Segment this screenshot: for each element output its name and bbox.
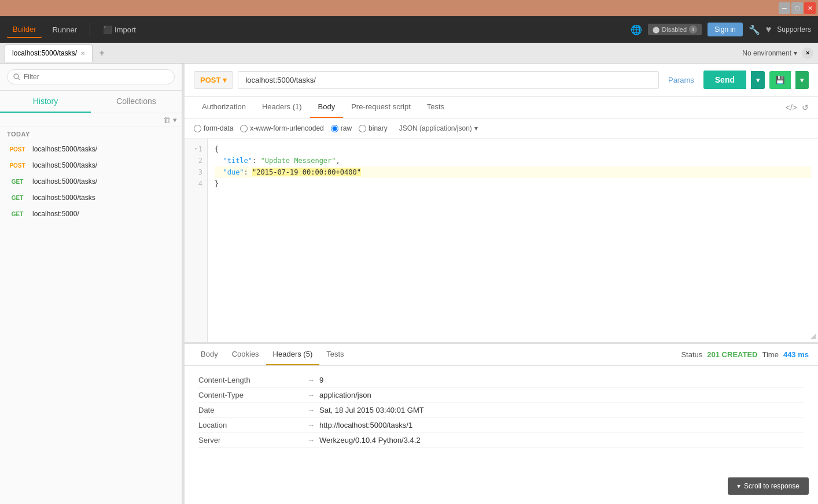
response-header-row: Location→http://localhost:5000/tasks/1 (198, 418, 804, 433)
globe-icon[interactable]: 🌐 (631, 24, 642, 35)
response-tabs-bar: Body Cookies Headers (5) Tests Status 20… (185, 344, 818, 366)
fold-arrow-1: ▾ (194, 143, 197, 155)
reset-icon[interactable]: ↺ (802, 103, 809, 112)
send-button[interactable]: Send (703, 71, 746, 89)
resp-tab-body[interactable]: Body (194, 344, 225, 365)
history-item[interactable]: GETlocalhost:5000/tasks/ (0, 173, 182, 190)
tab-body[interactable]: Body (310, 97, 344, 118)
close-button[interactable]: ✕ (804, 2, 816, 14)
header-key: Location (198, 421, 303, 429)
line-numbers: ▾1 2 3 4 (185, 139, 208, 342)
sidebar: History Collections 🗑 ▾ Today POSTlocalh… (0, 64, 182, 504)
urlencoded-option[interactable]: x-www-form-urlencoded (240, 124, 323, 132)
history-url: localhost:5000/tasks/ (32, 161, 97, 169)
code-line-4: } (215, 178, 811, 190)
resp-tab-tests[interactable]: Tests (319, 344, 351, 365)
json-type-label: JSON (application/json) (399, 124, 472, 132)
collections-tab[interactable]: Collections (91, 91, 182, 113)
json-type-selector[interactable]: JSON (application/json) ▾ (399, 124, 478, 132)
binary-option[interactable]: binary (359, 124, 388, 132)
today-section: Today (0, 127, 182, 141)
status-code: 201 CREATED (707, 350, 757, 359)
wrench-icon[interactable]: 🔧 (749, 24, 760, 35)
tab-prerequest[interactable]: Pre-request script (343, 97, 419, 118)
header-val: http://localhost:5000/tasks/1 (319, 421, 412, 429)
maximize-button[interactable]: □ (791, 2, 803, 14)
import-button[interactable]: ⬛ Import (97, 22, 142, 38)
url-input[interactable] (238, 71, 659, 89)
method-badge: POST (7, 162, 28, 169)
params-button[interactable]: Params (664, 76, 699, 84)
minimize-button[interactable]: ─ (779, 2, 790, 14)
binary-radio[interactable] (359, 125, 366, 132)
header-val: application/json (319, 391, 371, 399)
history-url: localhost:5000/tasks (32, 194, 95, 202)
code-line-2: "title": "Update Messenger", (215, 155, 811, 166)
heart-icon[interactable]: ♥ (766, 24, 772, 35)
main-panel: POST ▾ Params Send ▾ 💾 ▾ Authorization H… (185, 64, 818, 504)
trash-button[interactable]: 🗑 ▾ (163, 116, 177, 124)
filter-input[interactable] (7, 69, 175, 84)
history-item[interactable]: POSTlocalhost:5000/tasks/ (0, 141, 182, 157)
history-item[interactable]: GETlocalhost:5000/ (0, 206, 182, 222)
resp-tab-headers[interactable]: Headers (5) (266, 344, 320, 365)
tab-authorization[interactable]: Authorization (194, 97, 254, 118)
topnav: Builder Runner ⬛ Import 🌐 ⬤ Disabled 1 S… (0, 16, 818, 43)
tab-url: localhost:5000/tasks/ (12, 49, 77, 57)
code-editor[interactable]: ▾1 2 3 4 { "title": "Update Messenger", … (185, 139, 818, 342)
header-key: Content-Type (198, 391, 303, 399)
scroll-to-response-button[interactable]: ▾ Scroll to response (728, 477, 809, 495)
tab-tests[interactable]: Tests (419, 97, 452, 118)
history-item[interactable]: POSTlocalhost:5000/tasks/ (0, 157, 182, 173)
urlencoded-radio[interactable] (240, 125, 248, 132)
json-type-chevron-icon: ▾ (474, 124, 478, 132)
header-val: Werkzeug/0.10.4 Python/3.4.2 (319, 436, 421, 444)
code-icon[interactable]: </> (786, 103, 797, 112)
signin-button[interactable]: Sign in (708, 23, 743, 36)
resize-handle[interactable]: ◢ (810, 332, 816, 340)
active-tab[interactable]: localhost:5000/tasks/ ✕ (5, 45, 93, 62)
history-item[interactable]: GETlocalhost:5000/tasks (0, 190, 182, 206)
chevron-down-icon: ▾ (737, 482, 740, 490)
arrow-icon: → (307, 391, 315, 399)
method-dropdown[interactable]: POST ▾ (194, 71, 233, 89)
response-header-row: Content-Type→application/json (198, 388, 804, 403)
header-val: Sat, 18 Jul 2015 03:40:01 GMT (319, 406, 424, 414)
method-badge: GET (7, 211, 28, 217)
sidebar-tabs: History Collections (0, 91, 182, 113)
method-badge: GET (7, 195, 28, 201)
save-button[interactable]: 💾 (769, 71, 791, 89)
tab-close-button[interactable]: ✕ (80, 50, 85, 57)
header-val: 9 (319, 376, 323, 384)
interceptor-badge[interactable]: ⬤ Disabled 1 (648, 24, 702, 35)
form-data-radio[interactable] (194, 125, 201, 132)
response-panel: Body Cookies Headers (5) Tests Status 20… (185, 342, 818, 504)
builder-tab[interactable]: Builder (7, 21, 42, 38)
supporters-button[interactable]: Supporters (777, 25, 811, 34)
method-badge: GET (7, 179, 28, 185)
environment-selector[interactable]: No environment ▾ (742, 49, 797, 57)
resp-tab-cookies[interactable]: Cookies (225, 344, 266, 365)
form-data-option[interactable]: form-data (194, 124, 233, 132)
status-area: Status 201 CREATED Time 443 ms (681, 350, 809, 359)
history-url: localhost:5000/tasks/ (32, 177, 97, 186)
disabled-count: 1 (689, 25, 697, 34)
method-badge: POST (7, 146, 28, 153)
code-content[interactable]: { "title": "Update Messenger", "due": "2… (208, 139, 818, 342)
save-icon: 💾 (775, 76, 785, 84)
new-tab-button[interactable]: + (95, 46, 109, 60)
filter-area (0, 64, 182, 91)
tab-headers[interactable]: Headers (1) (254, 97, 310, 118)
request-tabs: Authorization Headers (1) Body Pre-reque… (185, 97, 818, 118)
response-headers: Content-Length→9Content-Type→application… (185, 366, 818, 455)
raw-option[interactable]: raw (331, 124, 352, 132)
raw-radio[interactable] (331, 125, 338, 132)
environment-icon[interactable]: ✕ (802, 47, 813, 59)
arrow-icon: → (307, 421, 315, 429)
sidebar-toolbar: 🗑 ▾ (0, 113, 182, 127)
interceptor-icon: ⬤ (653, 26, 659, 34)
runner-tab[interactable]: Runner (46, 22, 83, 38)
save-dropdown-button[interactable]: ▾ (795, 71, 809, 89)
history-tab[interactable]: History (0, 91, 91, 113)
send-dropdown-button[interactable]: ▾ (751, 71, 765, 89)
